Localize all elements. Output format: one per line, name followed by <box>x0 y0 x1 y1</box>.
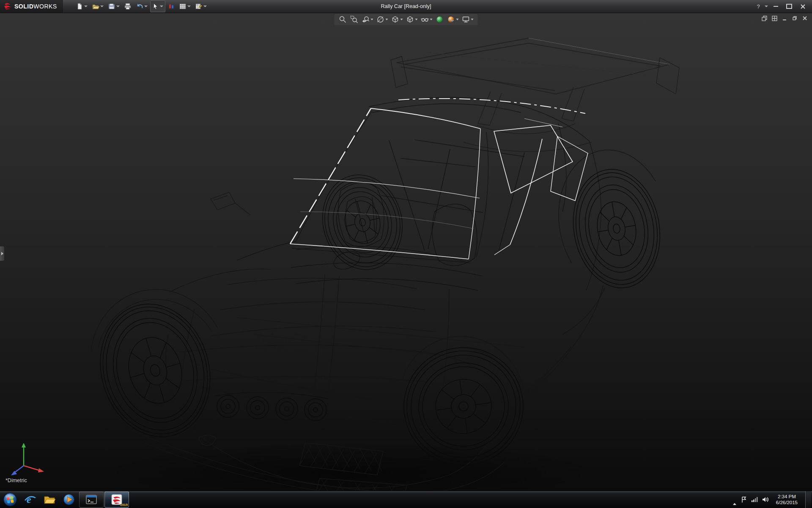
hide-show-items-button[interactable] <box>420 15 433 24</box>
start-button[interactable] <box>0 491 20 508</box>
system-tray: 2:34 PM 6/26/2015 <box>733 491 812 508</box>
select-caret[interactable] <box>160 6 163 7</box>
section-view-icon <box>376 15 385 24</box>
cascade-windows-button[interactable] <box>760 15 768 22</box>
apply-scene-caret[interactable] <box>456 19 459 20</box>
taskbar-item-solidworks-2015[interactable]: 2015 <box>104 491 129 508</box>
section-view-caret[interactable] <box>386 19 388 20</box>
taskbar: e <box>0 491 812 508</box>
options-table-caret[interactable] <box>203 6 207 7</box>
open-document-button[interactable] <box>90 1 105 12</box>
save-caret[interactable] <box>116 6 120 7</box>
sheet-format-button[interactable] <box>177 1 192 12</box>
feature-panel-flyout-tab[interactable] <box>0 246 4 261</box>
view-settings-icon <box>462 15 470 24</box>
zoom-to-fit-button[interactable] <box>338 15 348 24</box>
show-hidden-icons-button[interactable] <box>733 496 736 503</box>
car-body[interactable] <box>91 97 656 491</box>
titlebar-toolbar <box>74 0 208 12</box>
flyout-arrow-icon <box>1 252 3 255</box>
hide-show-items-caret[interactable] <box>430 19 433 20</box>
view-settings-caret[interactable] <box>471 19 474 20</box>
maximize-button[interactable] <box>783 2 795 11</box>
front-left-wheel[interactable] <box>85 291 225 450</box>
clock-date: 6/26/2015 <box>776 500 798 505</box>
interior-rollcage[interactable] <box>291 140 524 290</box>
undo-caret[interactable] <box>144 6 148 7</box>
highlighted-edges[interactable] <box>290 99 588 259</box>
new-document-caret[interactable] <box>84 6 88 7</box>
model-canvas[interactable] <box>0 13 812 491</box>
display-style-button[interactable] <box>405 15 419 24</box>
new-document-icon <box>76 3 83 10</box>
view-orientation-caret[interactable] <box>401 19 403 20</box>
zoom-to-area-icon <box>350 15 359 24</box>
titlebar: SOLIDWORKS <box>0 0 812 13</box>
apply-scene-button[interactable] <box>446 15 460 24</box>
sheet-format-caret[interactable] <box>187 6 191 7</box>
media-player-icon <box>63 493 75 506</box>
help-caret[interactable] <box>765 6 768 7</box>
clock-time: 2:34 PM <box>776 494 798 500</box>
show-desktop-button[interactable] <box>805 491 811 508</box>
solidworks-brand: SOLIDWORKS <box>0 0 63 13</box>
display-style-caret[interactable] <box>415 19 418 20</box>
action-center-flag-icon[interactable] <box>741 496 747 503</box>
view-orientation-icon <box>391 15 400 24</box>
headlights[interactable] <box>215 392 328 421</box>
help-button[interactable]: ? <box>754 3 763 10</box>
solidworks-logo-icon <box>3 2 12 11</box>
print-button[interactable] <box>122 1 133 12</box>
select-button[interactable] <box>150 0 165 12</box>
orientation-triad <box>8 437 50 479</box>
volume-icon[interactable] <box>762 496 768 503</box>
rear-wing[interactable] <box>391 38 679 152</box>
edit-appearance-button[interactable] <box>435 15 445 24</box>
solidworks-version-badge: 2015 <box>120 503 128 507</box>
tray-icons <box>741 496 768 503</box>
tile-windows-icon <box>772 16 777 21</box>
minimize-document-icon <box>782 16 787 21</box>
front-right-wheel[interactable] <box>313 166 412 278</box>
tile-windows-button[interactable] <box>771 15 778 22</box>
taskbar-clock[interactable]: 2:34 PM 6/26/2015 <box>773 494 801 505</box>
taskbar-item-media-player[interactable] <box>59 491 79 508</box>
apply-scene-icon <box>447 15 455 24</box>
close-button[interactable] <box>797 2 809 11</box>
reference-style-button[interactable] <box>166 1 176 12</box>
taskbar-item-command-prompt[interactable] <box>79 491 104 508</box>
minimize-button[interactable] <box>770 2 782 11</box>
options-table-icon <box>195 3 203 10</box>
open-document-caret[interactable] <box>100 6 104 7</box>
solidworks-window: SOLIDWORKS <box>0 0 812 508</box>
internet-explorer-icon: e <box>24 493 36 506</box>
taskbar-item-windows-explorer[interactable] <box>40 491 59 508</box>
edit-appearance-icon <box>436 15 444 24</box>
previous-view-caret[interactable] <box>371 19 373 20</box>
sheet-format-icon <box>179 3 187 10</box>
heads-up-view-toolbar <box>335 14 478 25</box>
close-document-icon <box>802 16 807 21</box>
graphics-area[interactable]: *Dimetric <box>0 13 812 491</box>
view-orientation-button[interactable] <box>390 15 404 24</box>
save-button[interactable] <box>106 1 121 12</box>
zoom-to-fit-icon <box>339 15 347 24</box>
zoom-to-area-button[interactable] <box>349 15 359 24</box>
save-icon <box>108 3 115 10</box>
view-settings-button[interactable] <box>461 15 475 24</box>
options-table-button[interactable] <box>193 1 208 12</box>
folder-icon <box>43 493 56 506</box>
restore-document-button[interactable] <box>791 15 798 22</box>
ground-shadow <box>97 442 605 491</box>
minimize-document-button[interactable] <box>781 15 788 22</box>
taskbar-item-internet-explorer[interactable]: e <box>20 491 40 508</box>
print-icon <box>124 3 132 10</box>
new-document-button[interactable] <box>74 1 89 12</box>
view-orientation-label: *Dimetric <box>5 478 27 483</box>
undo-button[interactable] <box>134 1 149 12</box>
close-document-button[interactable] <box>801 15 809 22</box>
previous-view-button[interactable] <box>361 15 374 24</box>
network-status-icon[interactable] <box>751 496 758 503</box>
section-view-button[interactable] <box>376 15 389 24</box>
side-mirror[interactable] <box>211 192 250 215</box>
